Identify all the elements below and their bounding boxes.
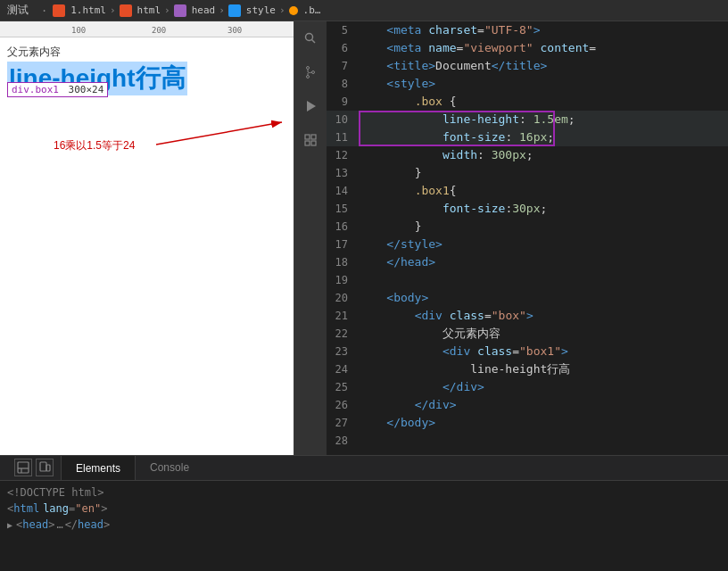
expand-arrow[interactable]: ▶	[7, 520, 12, 530]
code-line-9: 9 .box {	[327, 93, 728, 111]
code-content: line-height行高	[359, 360, 728, 378]
code-line-15: 15 font-size:30px;	[327, 200, 728, 218]
svg-point-7	[312, 71, 315, 74]
line-number: 26	[327, 396, 359, 414]
head-icon	[174, 4, 186, 17]
code-line-20: 20 <body>	[327, 289, 728, 307]
sidebar-icons	[294, 21, 327, 455]
code-line-22: 22 父元素内容	[327, 325, 728, 343]
svg-rect-11	[305, 135, 310, 139]
svg-rect-13	[305, 141, 310, 145]
line-number: 9	[327, 93, 359, 111]
line-number: 12	[327, 146, 359, 164]
breadcrumb-html[interactable]: html	[137, 4, 161, 16]
html-tree: <!DOCTYPE html> <html lang="en" > ▶ <hea…	[0, 481, 728, 536]
tab-elements[interactable]: Elements	[61, 455, 136, 480]
code-line-16: 16 }	[327, 218, 728, 236]
tree-line-head[interactable]: ▶ <head> … </head>	[7, 517, 721, 533]
tree-line-html: <html lang="en" >	[7, 501, 721, 517]
svg-line-1	[156, 122, 282, 145]
preview-panel: 100 200 300 父元素内容 line-height行高 div.box1…	[0, 21, 294, 455]
top-bar: 测试 · 1.html › html › head › style › .b…	[0, 0, 728, 21]
svg-point-5	[307, 67, 310, 70]
code-line-23: 23 <div class="box1">	[327, 343, 728, 360]
breadcrumb-selector[interactable]: .b…	[303, 4, 321, 16]
preview-content: 父元素内容 line-height行高 div.box1 300×24 16乘以…	[0, 37, 294, 108]
breadcrumb-head[interactable]: head	[192, 4, 216, 16]
code-line-7: 7 <title>Document</title>	[327, 57, 728, 75]
line-number: 27	[327, 414, 359, 432]
svg-rect-19	[46, 465, 50, 471]
line-number: 23	[327, 343, 359, 360]
svg-line-4	[312, 40, 316, 44]
code-line-28: 28	[327, 432, 728, 450]
code-content: <style>	[359, 75, 728, 93]
run-icon[interactable]	[301, 96, 320, 116]
code-content: }	[359, 218, 728, 236]
line-number: 25	[327, 378, 359, 396]
svg-marker-10	[307, 101, 316, 112]
code-line-21: 21 <div class="box">	[327, 307, 728, 325]
line-number: 13	[327, 164, 359, 182]
line-number: 6	[327, 39, 359, 57]
code-line-24: 24 line-height行高	[327, 360, 728, 378]
line-number: 15	[327, 200, 359, 218]
code-content: }	[359, 164, 728, 182]
code-content: </div>	[359, 396, 728, 414]
device-icon-btn[interactable]	[36, 459, 54, 476]
code-content: <title>Document</title>	[359, 57, 728, 75]
ruler-mark-200: 200	[152, 26, 166, 35]
bottom-icon-group	[7, 455, 61, 480]
line-number: 7	[327, 57, 359, 75]
svg-point-6	[307, 76, 310, 79]
code-content: 父元素内容	[359, 325, 728, 343]
ruler-mark-300: 300	[228, 26, 242, 35]
search-icon[interactable]	[301, 29, 320, 48]
line-number: 11	[327, 128, 359, 146]
line-number: 10	[327, 111, 359, 128]
code-line-14: 14 .box1{	[327, 182, 728, 200]
line-number: 20	[327, 289, 359, 307]
line-number: 18	[327, 253, 359, 271]
tab-console[interactable]: Console	[136, 455, 203, 480]
code-line-27: 27 </body>	[327, 414, 728, 432]
svg-rect-14	[311, 141, 316, 145]
bottom-tabs: Elements Console	[0, 456, 728, 481]
breadcrumb-file[interactable]: 1.html	[70, 4, 106, 16]
box1-label: div.box1	[12, 84, 59, 95]
extensions-icon[interactable]	[301, 130, 320, 150]
code-panel[interactable]: 5 <meta charset="UTF-8"> 6 <meta name="v…	[327, 21, 728, 455]
line-number: 16	[327, 218, 359, 236]
code-line-12: 12 width: 300px;	[327, 146, 728, 164]
code-content: </style>	[359, 236, 728, 253]
svg-rect-15	[18, 462, 29, 473]
svg-rect-12	[311, 135, 316, 139]
code-content: </head>	[359, 253, 728, 271]
code-content	[359, 271, 728, 289]
ruler-mark-100: 100	[71, 26, 86, 35]
line-number: 8	[327, 75, 359, 93]
tab-test[interactable]: 测试	[7, 3, 29, 18]
line-number: 17	[327, 236, 359, 253]
code-content: <div class="box">	[359, 307, 728, 325]
code-content: <body>	[359, 289, 728, 307]
code-line-25: 25 </div>	[327, 378, 728, 396]
code-content: width: 300px;	[359, 146, 728, 164]
box1-indicator: div.box1 300×24	[7, 82, 108, 97]
breadcrumb: 1.html › html › head › style › .b…	[53, 4, 320, 17]
line-number: 19	[327, 271, 359, 289]
breadcrumb-style[interactable]: style	[246, 4, 276, 16]
line-number: 24	[327, 360, 359, 378]
svg-rect-18	[40, 462, 46, 471]
svg-point-3	[306, 34, 313, 41]
style-icon	[228, 4, 241, 17]
branch-icon[interactable]	[301, 62, 320, 82]
inspect-icon-btn[interactable]	[14, 459, 32, 476]
code-line-8: 8 <style>	[327, 75, 728, 93]
code-content: font-size: 16px;	[359, 128, 728, 146]
tree-line-doctype: <!DOCTYPE html>	[7, 484, 721, 501]
box1-dimensions: 300×24	[69, 84, 104, 95]
code-line-17: 17 </style>	[327, 236, 728, 253]
bottom-panel: Elements Console <!DOCTYPE html> <html l…	[0, 455, 728, 571]
code-content: </div>	[359, 378, 728, 396]
